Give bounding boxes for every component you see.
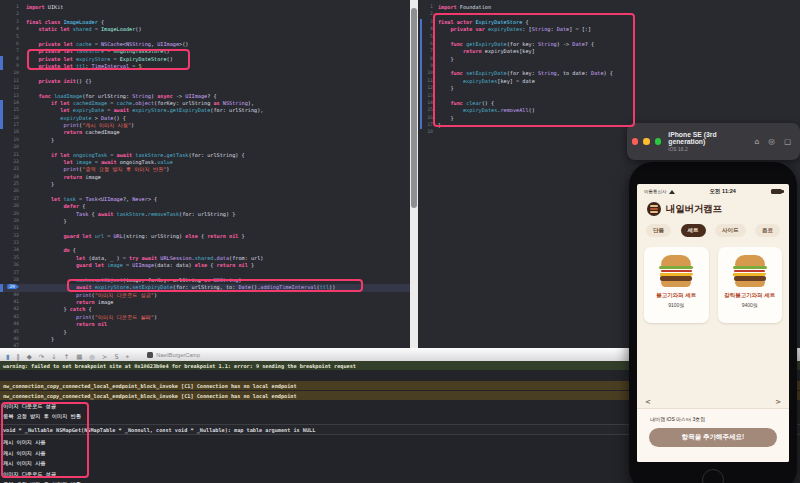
app-screen: 이동통신사 오전 11:24 내일버거캠프 단품세트사이드음료 불고기와퍼 세트… <box>637 184 789 462</box>
code-text: private let ttl: TimeInterval = 5 <box>26 63 142 70</box>
add-items-button[interactable]: 항목을 추가해주세요! <box>649 428 777 447</box>
line-number[interactable]: 5 <box>0 34 26 41</box>
line-number[interactable]: 13 <box>0 93 26 100</box>
simulate-icon[interactable]: S <box>114 353 118 361</box>
pause-icon[interactable]: ‖ <box>17 353 20 361</box>
line-number[interactable]: 30 <box>0 218 26 225</box>
code-text: func getExpiryDate(for key: String) -> D… <box>438 41 594 48</box>
zoom-window-button[interactable] <box>655 138 661 145</box>
code-line: 32 guard let url = URL(string: urlString… <box>0 233 410 240</box>
line-number[interactable]: 18 <box>418 129 438 136</box>
line-number[interactable]: 10 <box>0 70 26 77</box>
line-number[interactable]: 7 <box>0 48 26 55</box>
code-line: 41 return image <box>0 299 410 306</box>
view-hierarchy-icon[interactable]: ▦ <box>76 353 82 361</box>
line-number[interactable]: 19 <box>0 137 26 144</box>
memory-graph-icon[interactable]: ◎ <box>89 353 95 361</box>
simulator-titlebar[interactable]: iPhone SE (3rd generation) iOS 16.2 ⌂◎▢ <box>627 123 800 160</box>
close-window-button[interactable] <box>632 138 638 145</box>
minimize-window-button[interactable] <box>643 138 649 145</box>
editor-scrollbar-thumb[interactable] <box>411 8 417 208</box>
line-number[interactable]: 25 <box>0 181 26 188</box>
home-button[interactable] <box>702 469 724 483</box>
code-line: 2 <box>418 11 800 18</box>
code-line: 39 await expiryStore.setExpiryDate(for: … <box>0 284 410 291</box>
tab-사이드[interactable]: 사이드 <box>715 224 746 237</box>
line-number[interactable]: 21 <box>0 152 26 159</box>
line-number[interactable]: 14 <box>0 100 26 107</box>
line-number[interactable]: 4 <box>0 26 26 33</box>
line-number[interactable]: 27 <box>0 196 26 203</box>
line-number[interactable]: 9 <box>0 63 26 70</box>
console-icon[interactable]: ≻ <box>102 353 107 361</box>
line-number[interactable]: 24 <box>0 174 26 181</box>
tab-단품[interactable]: 단품 <box>646 224 671 237</box>
line-number[interactable]: 18 <box>0 129 26 136</box>
code-text: return expiryDates[key] <box>438 48 535 55</box>
line-number[interactable]: 17 <box>0 122 26 129</box>
tab-세트[interactable]: 세트 <box>681 224 706 237</box>
code-line: 2 <box>0 11 410 18</box>
burger-logo-icon <box>647 202 661 216</box>
line-number[interactable]: 16 <box>0 115 26 122</box>
line-number[interactable]: 43 <box>0 314 26 321</box>
step-out-icon[interactable]: ↑ <box>64 353 69 361</box>
line-number[interactable]: 38 <box>0 277 26 284</box>
code-line: 25 } <box>0 181 410 188</box>
screenshot-icon[interactable]: ◎ <box>768 137 775 146</box>
line-number[interactable]: 34 <box>0 247 26 254</box>
home-icon[interactable]: ⌂ <box>755 137 760 146</box>
tab-음료[interactable]: 음료 <box>755 224 780 237</box>
line-number[interactable]: 33 <box>0 240 26 247</box>
location-icon[interactable]: ⌖ <box>126 353 130 361</box>
source-editor-imageloader[interactable]: 1import UIKit23final class ImageLoader {… <box>0 0 410 348</box>
editor-scrollbar[interactable] <box>410 0 418 348</box>
menu-item-card[interactable]: 갈릭불고기와퍼 세트9400원 <box>718 247 783 323</box>
code-line: 9 <box>418 63 800 70</box>
line-number[interactable]: 35 <box>0 255 26 262</box>
step-over-icon[interactable]: ↷ <box>39 353 44 361</box>
code-line: 5 <box>0 34 410 41</box>
line-number[interactable]: 22 <box>0 159 26 166</box>
line-number[interactable]: 31 <box>0 225 26 232</box>
line-number[interactable]: 44 <box>0 321 26 328</box>
menu-cards: 불고기와퍼 세트9100원갈릭불고기와퍼 세트9400원 <box>637 239 789 323</box>
line-number[interactable]: 42 <box>0 306 26 313</box>
menu-item-card[interactable]: 불고기와퍼 세트9100원 <box>644 247 709 323</box>
line-number[interactable]: 29 <box>0 211 26 218</box>
line-number[interactable]: 1 <box>0 4 26 11</box>
line-number[interactable]: 26 <box>0 188 26 195</box>
line-number[interactable]: 40 <box>0 292 26 299</box>
line-number[interactable]: 23 <box>0 166 26 173</box>
iphone-bezel: 이동통신사 오전 11:24 내일버거캠프 단품세트사이드음료 불고기와퍼 세트… <box>629 162 797 483</box>
line-number[interactable]: 32 <box>0 233 26 240</box>
breakpoint-gutter-marker[interactable]: 39 <box>0 284 26 291</box>
line-number[interactable]: 6 <box>0 41 26 48</box>
line-number[interactable]: 11 <box>0 78 26 85</box>
line-number[interactable]: 45 <box>0 329 26 336</box>
line-number[interactable]: 2 <box>418 11 438 18</box>
debug-session-indicator[interactable]: NaeilBurgerCamp <box>147 352 200 358</box>
line-number[interactable]: 8 <box>0 56 26 63</box>
next-page-button[interactable]: > <box>775 398 781 406</box>
line-number[interactable]: 2 <box>0 11 26 18</box>
line-number[interactable]: 37 <box>0 270 26 277</box>
line-number[interactable]: 20 <box>0 144 26 151</box>
code-line: 37 <box>0 270 410 277</box>
save-screen-icon[interactable]: ▢ <box>784 137 791 146</box>
line-number[interactable]: 15 <box>0 107 26 114</box>
status-time: 오전 11:24 <box>710 188 736 195</box>
line-number[interactable]: 36 <box>0 262 26 269</box>
line-number[interactable]: 1 <box>418 4 438 11</box>
line-number[interactable]: 3 <box>0 19 26 26</box>
breakpoint-icon[interactable]: ◆ <box>27 353 32 361</box>
line-number[interactable]: 28 <box>0 203 26 210</box>
hide-debug-area-icon[interactable]: ▮ <box>6 353 10 361</box>
line-number[interactable]: 12 <box>0 85 26 92</box>
code-line: 26 <box>0 188 410 195</box>
line-number[interactable]: 46 <box>0 336 26 343</box>
line-number[interactable]: 41 <box>0 299 26 306</box>
step-into-icon[interactable]: ↓ <box>51 353 56 361</box>
menu-item-price: 9400원 <box>742 302 758 308</box>
prev-page-button[interactable]: < <box>645 398 651 406</box>
